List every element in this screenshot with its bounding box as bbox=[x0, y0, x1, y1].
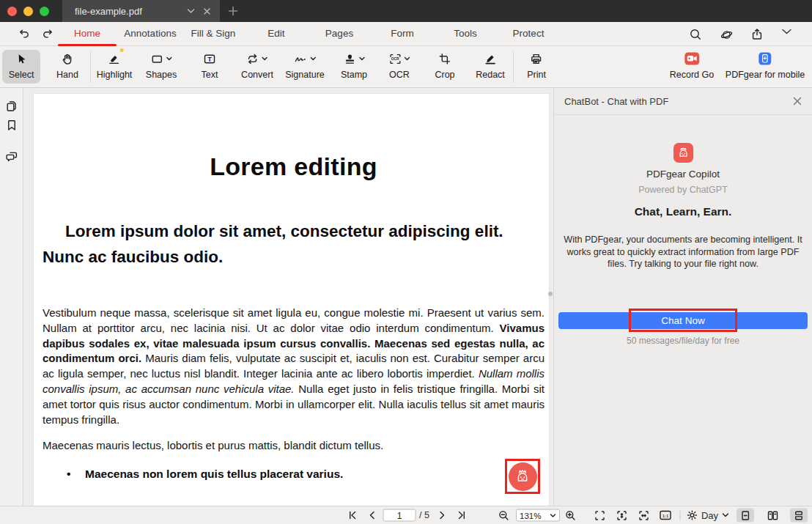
record-go-button[interactable]: Record Go bbox=[670, 51, 714, 80]
shapes-tool-button[interactable]: Shapes bbox=[146, 51, 177, 80]
svg-text:OCR: OCR bbox=[391, 57, 399, 61]
convert-tool-button[interactable]: Convert bbox=[241, 51, 273, 80]
mobile-phone-icon bbox=[759, 51, 772, 66]
tab-close-icon[interactable] bbox=[201, 5, 213, 17]
theme-mode-select[interactable]: Day bbox=[687, 510, 729, 521]
chat-now-button[interactable]: Chat Now bbox=[558, 312, 808, 329]
first-page-icon[interactable] bbox=[347, 510, 358, 521]
fit-width-icon[interactable] bbox=[638, 510, 649, 521]
zoom-in-icon[interactable] bbox=[565, 510, 576, 521]
print-tool-button[interactable]: Print bbox=[527, 51, 546, 80]
convert-icon bbox=[247, 53, 259, 65]
bullet-marker: • bbox=[67, 468, 85, 481]
left-sidebar bbox=[0, 88, 23, 506]
theme-mode-value: Day bbox=[701, 510, 718, 521]
document-tab[interactable]: file-example.pdf bbox=[62, 0, 220, 22]
bookmarks-icon[interactable] bbox=[5, 119, 18, 132]
select-tool-button[interactable]: Select bbox=[9, 51, 34, 80]
svg-text:1:1: 1:1 bbox=[662, 514, 669, 518]
document-title: Lorem editing bbox=[43, 152, 545, 181]
stamp-tool-button[interactable]: Stamp bbox=[341, 51, 367, 80]
status-bar: / 5 131% 1:1 Day bbox=[0, 506, 812, 524]
new-tab-button[interactable] bbox=[227, 5, 239, 17]
menu-tab-protect[interactable]: Protect bbox=[497, 22, 560, 46]
continuous-scroll-view-button[interactable] bbox=[790, 509, 808, 523]
crop-tool-button[interactable]: Crop bbox=[435, 51, 454, 80]
shapes-icon bbox=[151, 53, 163, 65]
copilot-powered-by: Powered by ChatGPT bbox=[554, 185, 812, 195]
pdfgear-mobile-button[interactable]: PDFgear for mobile bbox=[726, 51, 805, 80]
svg-text:T: T bbox=[207, 55, 212, 62]
globe-orbit-icon[interactable] bbox=[720, 28, 733, 41]
collapse-toolbar-chevron-icon[interactable] bbox=[781, 28, 794, 41]
text-tool-button[interactable]: T Text bbox=[202, 51, 218, 80]
copilot-floating-button[interactable] bbox=[509, 462, 537, 491]
copilot-description: With PDFgear, your documents are becomin… bbox=[561, 234, 805, 270]
panel-close-icon[interactable] bbox=[791, 95, 803, 107]
hand-tool-button[interactable]: Hand bbox=[56, 51, 78, 80]
traffic-lights bbox=[7, 7, 49, 16]
menu-tab-home[interactable]: Home bbox=[56, 22, 119, 46]
menu-tab-edit[interactable]: Edit bbox=[245, 22, 308, 46]
menu-tab-fill-sign[interactable]: Fill & Sign bbox=[182, 22, 245, 46]
chevron-down-icon bbox=[358, 56, 364, 61]
chevron-down-icon bbox=[405, 56, 410, 61]
chatbot-panel-header: ChatBot - Chat with PDF bbox=[554, 88, 812, 115]
two-page-view-button[interactable] bbox=[764, 509, 781, 523]
ocr-tool-button[interactable]: OCR OCR bbox=[389, 51, 410, 80]
document-paragraph-2: Maecenas mauris lectus, lobortis et puru… bbox=[43, 438, 545, 454]
pdf-page: Lorem editing Lorem ipsum dolor sit amet… bbox=[33, 93, 550, 506]
zoom-level-select[interactable]: 131% bbox=[516, 509, 560, 522]
panel-resize-handle[interactable] bbox=[548, 292, 553, 296]
tab-title: file-example.pdf bbox=[75, 6, 180, 17]
toolbar-separator bbox=[90, 51, 91, 83]
fit-page-icon[interactable] bbox=[594, 510, 605, 521]
menu-tab-annotations[interactable]: Annotations bbox=[119, 22, 182, 46]
signature-tool-button[interactable]: Signature bbox=[285, 51, 325, 80]
fit-height-icon[interactable] bbox=[616, 510, 627, 521]
document-viewport[interactable]: Lorem editing Lorem ipsum dolor sit amet… bbox=[23, 88, 553, 506]
minimize-window-button[interactable] bbox=[23, 7, 33, 16]
single-page-view-button[interactable] bbox=[737, 509, 754, 523]
page-thumbnails-icon[interactable] bbox=[5, 100, 18, 113]
chevron-down-icon bbox=[262, 56, 268, 61]
zoom-out-icon[interactable] bbox=[498, 510, 509, 521]
share-icon[interactable] bbox=[750, 28, 764, 41]
page-number-input[interactable] bbox=[383, 509, 416, 522]
highlight-tool-button[interactable]: Highlight bbox=[97, 51, 133, 80]
tab-menu-chevron-icon[interactable] bbox=[185, 5, 196, 17]
search-icon[interactable] bbox=[689, 28, 702, 41]
zoom-window-button[interactable] bbox=[40, 7, 49, 16]
redact-tool-button[interactable]: Redact bbox=[476, 51, 505, 80]
comments-icon[interactable] bbox=[5, 150, 18, 163]
copilot-tagline: Chat, Learn, Earn. bbox=[554, 205, 812, 218]
zoom-level-value: 131% bbox=[520, 511, 550, 520]
text-box-icon: T bbox=[204, 51, 216, 66]
menu-items: Home Annotations Fill & Sign Edit Pages … bbox=[56, 22, 560, 46]
toolbar-separator bbox=[513, 51, 514, 83]
tool-bar: Select Hand Highlight Shapes T Text bbox=[0, 46, 812, 88]
menu-tab-tools[interactable]: Tools bbox=[434, 22, 497, 46]
hand-icon bbox=[61, 51, 73, 66]
last-page-icon[interactable] bbox=[457, 510, 468, 521]
previous-page-icon[interactable] bbox=[367, 510, 378, 521]
stamp-icon bbox=[343, 53, 355, 65]
undo-icon[interactable] bbox=[18, 28, 31, 40]
free-quota-text: 50 messages/file/day for free bbox=[554, 336, 812, 346]
sun-icon bbox=[687, 510, 698, 521]
chevron-down-icon bbox=[722, 513, 729, 518]
ocr-icon: OCR bbox=[389, 53, 402, 65]
close-window-button[interactable] bbox=[7, 7, 17, 16]
actual-size-icon[interactable]: 1:1 bbox=[660, 509, 672, 521]
menu-tab-pages[interactable]: Pages bbox=[308, 22, 371, 46]
highlighter-icon bbox=[108, 51, 121, 66]
copilot-logo-icon bbox=[673, 143, 693, 163]
menu-tab-form[interactable]: Form bbox=[371, 22, 434, 46]
next-page-icon[interactable] bbox=[437, 510, 448, 521]
redo-icon[interactable] bbox=[41, 28, 53, 40]
document-heading: Lorem ipsum dolor sit amet, consectetur … bbox=[43, 218, 545, 270]
chevron-down-icon bbox=[550, 513, 556, 517]
cursor-icon bbox=[15, 51, 28, 66]
redact-icon bbox=[484, 51, 497, 66]
document-bullet-item: • Maecenas non lorem quis tellus placera… bbox=[43, 468, 545, 481]
